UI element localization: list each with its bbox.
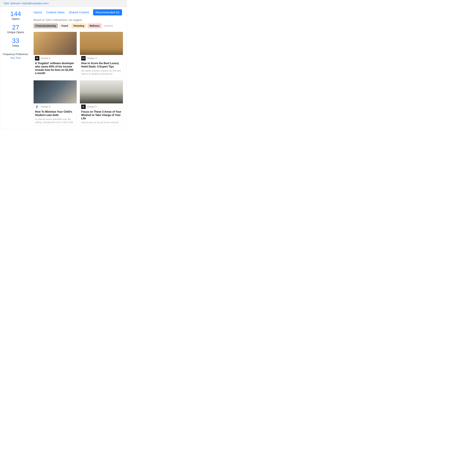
article-card[interactable]: F October 6 How To Minimize Your Child's… bbox=[34, 80, 77, 126]
recommended-cards-grid: BI October 5 A 'frugalist' software deve… bbox=[34, 32, 123, 126]
frequency-preference-value[interactable]: Any Time bbox=[1, 56, 30, 59]
contact-link[interactable]: Tyler Johnson <tyler@example.com> bbox=[3, 2, 49, 5]
contact-panel: Tyler Johnson <tyler@example.com> 144 Op… bbox=[0, 0, 127, 129]
topic-chips-suffix: content. bbox=[104, 24, 113, 27]
stat-opens-value: 144 bbox=[1, 10, 30, 18]
topic-chip-travel[interactable]: Travel bbox=[59, 23, 70, 28]
article-title: How to Score the Best Luxury Hotel Deals… bbox=[81, 62, 121, 68]
article-date: October 3 bbox=[87, 57, 97, 60]
tab-recommended[interactable]: Recommended (4) bbox=[93, 9, 122, 16]
tabs-row: Opens Content Views Shared Content Recom… bbox=[34, 9, 123, 16]
article-excerpt: We asked industry insiders for the best … bbox=[81, 69, 121, 75]
article-date: October 6 bbox=[41, 105, 50, 108]
article-title: How To Minimize Your Child's Student Loa… bbox=[35, 110, 75, 117]
article-card[interactable]: E October 5 Focus on These 3 Areas of Yo… bbox=[80, 80, 123, 126]
article-thumbnail bbox=[34, 32, 77, 55]
topic-chip-parenting[interactable]: Parenting bbox=[71, 23, 86, 28]
source-badge-icon: BI bbox=[35, 56, 39, 60]
tab-shared-content[interactable]: Shared Content bbox=[69, 11, 89, 14]
stat-opens-label: Opens bbox=[1, 18, 30, 20]
tab-content-views[interactable]: Content Views bbox=[46, 11, 65, 14]
suggestion-intro: Based on Tyler's interactions, we sugges… bbox=[34, 18, 123, 21]
main-content: Opens Content Views Shared Content Recom… bbox=[31, 7, 126, 129]
article-excerpt: In several recent standoffs over the cei… bbox=[35, 118, 75, 124]
stat-views-value: 33 bbox=[1, 37, 30, 44]
source-badge-icon: F bbox=[35, 105, 39, 109]
article-date: October 5 bbox=[87, 105, 97, 108]
stats-sidebar: 144 Opens 27 Unique Opens 33 Views Frequ… bbox=[0, 7, 31, 63]
article-card[interactable]: WSJ October 3 How to Score the Best Luxu… bbox=[80, 32, 123, 77]
stat-unique-opens-label: Unique Opens bbox=[1, 31, 30, 34]
article-excerpt: How do we cut out all of the external bbox=[81, 121, 121, 124]
frequency-preference-label: Frequency Preference: bbox=[1, 53, 30, 56]
article-thumbnail bbox=[80, 32, 123, 55]
topic-chip-financial-planning[interactable]: Financial planning bbox=[34, 23, 58, 28]
article-date: October 5 bbox=[41, 57, 50, 60]
tab-opens[interactable]: Opens bbox=[34, 11, 42, 14]
source-badge-icon: WSJ bbox=[81, 56, 86, 60]
article-title: Focus on These 3 Areas of Your Mindset t… bbox=[81, 110, 121, 120]
topic-chip-wellness[interactable]: Wellness bbox=[87, 23, 102, 28]
source-badge-icon: E bbox=[81, 105, 86, 109]
article-thumbnail bbox=[34, 80, 77, 104]
stat-unique-opens-value: 27 bbox=[1, 24, 30, 31]
article-thumbnail bbox=[80, 80, 123, 104]
sidebar-divider bbox=[3, 51, 28, 51]
stat-views-label: Views bbox=[1, 44, 30, 47]
topic-chips-row: Financial planning Travel Parenting Well… bbox=[34, 23, 123, 28]
contact-header: Tyler Johnson <tyler@example.com> bbox=[0, 0, 126, 7]
article-title: A 'frugalist' software developer who sav… bbox=[35, 62, 75, 75]
article-card[interactable]: BI October 5 A 'frugalist' software deve… bbox=[34, 32, 77, 77]
